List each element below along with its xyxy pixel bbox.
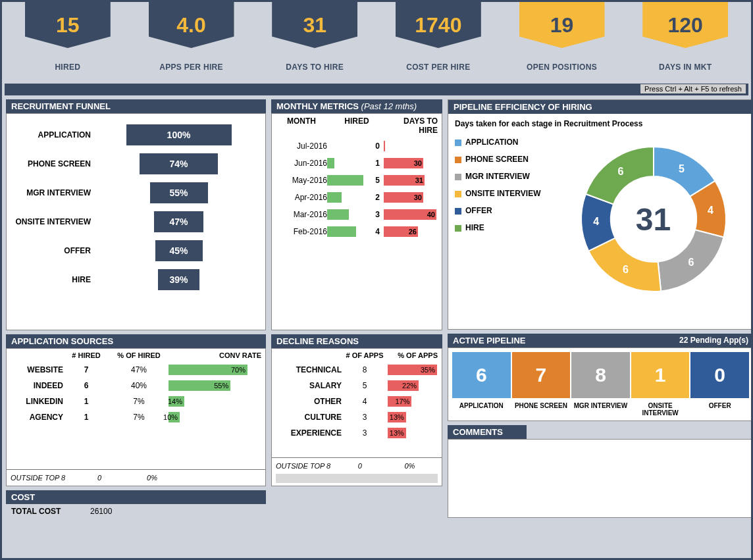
kpi-value: 15 [56,13,80,38]
kpi-days-in-mkt: 120 DAYS IN MKT [626,2,744,81]
legend-item: PHONE SCREEN [455,151,560,168]
donut-slice-value: 4 [708,205,714,216]
monthly-month: Feb-2016 [276,227,327,236]
funnel-label: APPLICATION [11,130,96,140]
appsrc-footer: OUTSIDE TOP 800% [7,469,265,486]
kpi-hired: 15 HIRED [9,2,127,81]
legend-swatch [455,174,461,180]
cost-label: TOTAL COST [11,507,90,516]
funnel-bar: 47% [154,211,203,232]
conv-bar: 70% [169,365,247,375]
funnel-row: OFFER 45% [11,238,261,264]
funnel-row: MGR INTERVIEW 55% [11,180,261,206]
pipeline-box-label: ONSITE INTERVIEW [631,402,690,417]
funnel-row: PHONE SCREEN 74% [11,151,261,177]
decline-row: CULTURE3 13% [272,409,442,425]
hired-bar [327,175,363,186]
kpi-label: DAYS IN MKT [659,63,712,72]
appsrc-row: WEBSITE747% 70% [7,362,265,378]
funnel-chart: APPLICATION 100% PHONE SCREEN 74% MGR IN… [6,113,266,330]
hired-value: 2 [367,193,380,202]
hired-bar [327,158,334,168]
pipeline-efficiency-title: PIPELINE EFFICIENCY OF HIRING [448,100,753,114]
monthly-month: Jul-2016 [276,141,327,151]
donut-slice-value: 6 [617,166,623,177]
monthly-header: MONTHHIREDDAYS TO HIRE [272,114,442,138]
comments-box[interactable] [448,439,753,518]
hired-value: 4 [367,227,380,236]
funnel-label: PHONE SCREEN [11,159,96,168]
decline-footer: OUTSIDE TOP 800% [272,457,442,474]
decline-header: # OF APPS% OF APPS [272,349,442,362]
appsrc-row: AGENCY17% 10% [7,409,265,425]
hired-value: 5 [367,176,380,185]
pipeline-box-label: OFFER [690,402,749,417]
hired-bar [327,209,349,220]
kpi-ribbon: 4.0 [149,2,234,48]
legend-item: HIRE [455,219,560,236]
donut-slice-value: 6 [623,264,629,275]
decline-scrollbar[interactable] [276,474,438,483]
legend-swatch [455,140,461,146]
pipeline-box: 1 [631,352,690,398]
decline-row: EXPERIENCE3 13% [272,425,442,441]
active-pipeline-boxes: 67810 [448,348,753,402]
pipeline-donut-chart: 546646 31 [560,134,746,305]
days-bar [384,141,385,151]
kpi-ribbon: 31 [272,2,357,48]
monthly-month: Jun-2016 [276,159,327,168]
decline-bar: 35% [388,365,437,375]
pipeline-box-label: APPLICATION [452,402,511,417]
funnel-label: ONSITE INTERVIEW [11,217,96,226]
decline-bar: 17% [388,396,411,407]
kpi-label: DAYS TO HIRE [286,63,344,72]
funnel-row: APPLICATION 100% [11,122,261,148]
donut-slice-value: 4 [593,216,599,227]
monthly-month: May-2016 [276,176,327,185]
funnel-row: HIRE 39% [11,267,261,293]
hired-bar [327,192,342,203]
pipeline-donut-center: 31 [636,201,671,238]
conv-bar: 55% [169,380,230,391]
funnel-label: OFFER [11,246,96,255]
funnel-title: RECRUITMENT FUNNEL [6,99,266,113]
cost-row: TOTAL COST 26100 [6,504,266,519]
pipeline-box: 0 [690,352,749,398]
funnel-label: MGR INTERVIEW [11,188,96,197]
kpi-days-to-hire: 31 DAYS TO HIRE [255,2,374,81]
donut-slice-value: 6 [688,257,694,268]
appsrc-row: INDEED640% 55% [7,378,265,394]
decline-row: OTHER4 17% [272,394,442,409]
decline-bar: 22% [388,380,419,391]
active-pipeline-panel: 67810 APPLICATIONPHONE SCREENMGR INTERVI… [448,347,753,421]
cost-value: 26100 [90,507,112,516]
kpi-ribbon: 15 [25,2,111,48]
hired-value: 0 [367,141,380,151]
pipeline-box: 7 [512,352,571,398]
comments-title: COMMENTS [448,425,527,439]
decline-bar: 13% [388,412,406,422]
days-bar: 40 [384,209,436,220]
legend-swatch [455,225,461,232]
appsrc-row: LINKEDIN17% 14% [7,394,265,409]
funnel-bar: 45% [155,240,203,261]
conv-bar: 10% [169,412,180,422]
kpi-ribbon: 120 [642,2,728,48]
monthly-row: Jul-2016 0 [272,138,442,155]
kpi-apps-per-hire: 4.0 APPS PER HIRE [132,2,251,81]
decline-title: DECLINE REASONS [271,334,442,348]
kpi-open-positions: 19 OPEN POSITIONS [503,2,621,81]
appsrc-table: # HIRED% OF HIREDCONV RATE WEBSITE747% 7… [6,348,266,486]
kpi-label: APPS PER HIRE [159,63,223,72]
legend-swatch [455,191,461,197]
hired-value: 3 [367,210,380,219]
legend-item: ONSITE INTERVIEW [455,185,560,202]
monthly-row: Feb-2016 4 26 [272,223,442,240]
funnel-bar: 39% [158,269,199,290]
legend-swatch [455,157,461,163]
refresh-hint: Press Ctrl + Alt + F5 to refresh [640,84,746,93]
hired-value: 1 [367,159,380,168]
kpi-label: COST PER HIRE [406,63,470,72]
decline-table: # OF APPS% OF APPS TECHNICAL8 35% SALARY… [271,348,442,486]
funnel-row: ONSITE INTERVIEW 47% [11,209,261,235]
